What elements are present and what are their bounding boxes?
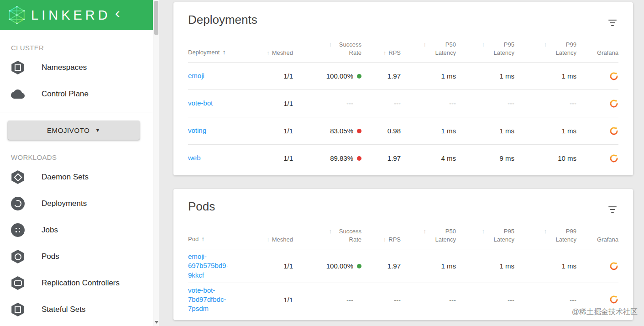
sidebar-item-deployments[interactable]: Deployments (0, 190, 153, 217)
status-dot (357, 129, 361, 133)
column-header-rps[interactable]: ↑ RPS (361, 236, 401, 244)
sidebar-item-jobs[interactable]: Jobs (0, 217, 153, 243)
deployment-link[interactable]: vote-bot (188, 99, 213, 108)
pod-link[interactable]: emoji-697b575bd9-9kkcf (188, 252, 242, 280)
deployment-link[interactable]: voting (188, 126, 206, 135)
scrollbar-thumb[interactable] (154, 1, 158, 35)
column-header-p99-latency[interactable]: ↑ P99 Latency (514, 41, 576, 57)
scrollbar-down-arrow-icon[interactable] (155, 321, 158, 324)
grafana-icon (609, 126, 618, 136)
p99-value: 1 ms (514, 127, 576, 135)
sort-asc-icon: ↑ (424, 41, 427, 49)
table-row: voting 1/1 83.05% 0.98 1 ms 1 ms 1 ms (188, 117, 618, 144)
p99-value: --- (514, 296, 576, 304)
sidebar-item-label: Namespaces (42, 63, 87, 72)
column-header-p99-latency[interactable]: ↑ P99 Latency (514, 227, 576, 243)
success-rate-cell: --- (293, 296, 361, 304)
success-rate-cell: 83.05% (293, 127, 361, 135)
filter-icon[interactable] (607, 16, 618, 30)
pods-card: Pods Pod ↑ ↑ Meshed ↑ Success Rate ↑ (173, 189, 633, 320)
rps-value: 1.97 (361, 154, 401, 162)
deployments-table: Deployment ↑ ↑ Meshed ↑ Success Rate ↑ R… (173, 32, 633, 172)
column-label: P50 Latency (429, 227, 456, 243)
caret-down-icon: ▼ (95, 127, 100, 133)
pod-link[interactable]: vote-bot-7bd97dfbdc-7psdm (188, 286, 242, 314)
column-header-rps[interactable]: ↑ RPS (361, 49, 401, 57)
grafana-link[interactable] (609, 154, 618, 163)
grafana-link[interactable] (609, 72, 618, 81)
grafana-link[interactable] (609, 295, 618, 304)
table-row: vote-bot-7bd97dfbdc-7psdm 1/1 --- --- --… (188, 283, 618, 316)
sidebar-item-replication-controllers[interactable]: Replication Controllers (0, 270, 153, 296)
sort-asc-icon: ↑ (201, 235, 204, 243)
p99-value: 1 ms (514, 72, 576, 80)
deployments-card-title: Deployments (188, 13, 257, 26)
sidebar-item-namespaces[interactable]: Namespaces (0, 54, 153, 81)
pods-card-title: Pods (188, 200, 215, 213)
success-rate-cell: 100.00% (293, 262, 361, 270)
success-rate-value: 100.00% (326, 72, 353, 80)
success-rate-cell: 89.83% (293, 154, 361, 162)
column-label: Meshed (272, 49, 293, 57)
grafana-icon (609, 295, 618, 304)
status-dot (357, 264, 361, 268)
column-header-p50-latency[interactable]: ↑ P50 Latency (401, 227, 456, 243)
grafana-link[interactable] (609, 99, 618, 108)
sidebar-scrollbar[interactable] (153, 0, 159, 326)
table-header-row: Deployment ↑ ↑ Meshed ↑ Success Rate ↑ R… (188, 32, 618, 62)
p95-value: --- (456, 100, 514, 107)
column-header-p50-latency[interactable]: ↑ P50 Latency (401, 41, 456, 57)
p95-value: 1 ms (456, 262, 514, 270)
watermark: @稀土掘金技术社区 (572, 307, 638, 317)
sidebar-collapse-button[interactable]: ‹ (115, 5, 120, 20)
namespace-selector-button[interactable]: EMOJIVOTO ▼ (8, 121, 140, 140)
column-header-deployment[interactable]: Deployment ↑ (188, 48, 252, 57)
column-header-meshed[interactable]: ↑ Meshed (252, 49, 293, 57)
rps-value: --- (361, 100, 401, 107)
sidebar-item-pods[interactable]: Pods (0, 243, 153, 270)
column-header-p95-latency[interactable]: ↑ P95 Latency (456, 227, 514, 243)
meshed-value: 1/1 (252, 296, 293, 304)
column-label: Deployment (188, 48, 220, 57)
column-header-success-rate[interactable]: ↑ Success Rate (293, 41, 361, 57)
column-label: P95 Latency (487, 41, 514, 57)
p95-value: 9 ms (456, 154, 514, 162)
deployment-link[interactable]: emoji (188, 71, 204, 80)
grafana-icon (609, 72, 618, 81)
sidebar-item-daemon-sets[interactable]: Daemon Sets (0, 164, 153, 190)
column-label: Success Rate (334, 227, 361, 243)
p95-value: 1 ms (456, 72, 514, 80)
table-row: vote-bot 1/1 --- --- --- --- --- (188, 89, 618, 117)
p99-value: 10 ms (514, 154, 576, 162)
app-title[interactable]: LINKERD (31, 8, 111, 23)
p50-value: --- (401, 100, 456, 107)
meshed-value: 1/1 (252, 262, 293, 270)
column-header-pod[interactable]: Pod ↑ (188, 235, 252, 243)
table-row: web 1/1 89.83% 1.97 4 ms 9 ms 10 ms (188, 144, 618, 172)
sidebar-divider (0, 112, 153, 112)
p50-value: --- (401, 296, 456, 304)
column-header-p95-latency[interactable]: ↑ P95 Latency (456, 41, 514, 57)
sort-asc-icon: ↑ (267, 49, 270, 57)
column-label: RPS (388, 236, 401, 244)
filter-icon[interactable] (607, 203, 618, 216)
column-label: Pod (188, 235, 199, 243)
column-header-grafana: Grafana (576, 236, 618, 244)
success-rate-value: --- (346, 100, 353, 107)
grafana-link[interactable] (609, 262, 618, 271)
sidebar-item-label: Replication Controllers (42, 279, 120, 288)
sidebar-item-control-plane[interactable]: Control Plane (0, 81, 153, 107)
sidebar-item-label: Deployments (42, 199, 87, 208)
sort-asc-icon: ↑ (544, 41, 547, 49)
deployments-card: Deployments Deployment ↑ ↑ Meshed ↑ Succ… (173, 2, 633, 175)
sidebar-item-label: Control Plane (42, 89, 89, 99)
rps-value: --- (361, 296, 401, 304)
deployment-link[interactable]: web (188, 153, 201, 163)
column-header-meshed[interactable]: ↑ Meshed (252, 236, 293, 244)
sort-asc-icon: ↑ (329, 41, 332, 49)
grafana-link[interactable] (609, 126, 618, 136)
meshed-value: 1/1 (252, 127, 293, 135)
sort-asc-icon: ↑ (424, 227, 427, 236)
column-header-success-rate[interactable]: ↑ Success Rate (293, 227, 361, 243)
sidebar-item-stateful-sets[interactable]: Stateful Sets (0, 296, 153, 323)
